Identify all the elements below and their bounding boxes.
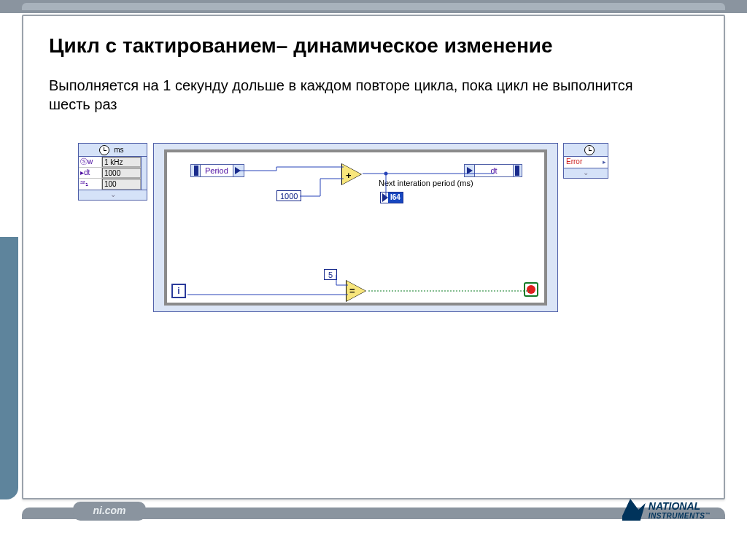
timed-loop-structure: Period 1000 + Next interation period (ms… [153, 143, 558, 312]
dt-output-node: dt [464, 164, 522, 177]
output-arrow-icon: ▸ [603, 157, 608, 168]
i64-indicator: I64 [380, 192, 403, 203]
add-function: + [342, 164, 364, 183]
right-node-header [564, 144, 608, 157]
period-label: Period [200, 165, 233, 176]
national-instruments-logo: NATIONAL INSTRUMENTS™ [622, 499, 711, 521]
i64-label: I64 [388, 192, 403, 203]
left-node-row-value: 100 [102, 179, 141, 190]
slide-subtitle: Выполняется на 1 секунду дольше в каждом… [49, 76, 676, 114]
logo-line2: INSTRUMENTS [649, 512, 705, 520]
right-node-row: Error ▸ [564, 157, 608, 168]
slide-top-border-inner [22, 3, 725, 10]
nicom-badge: ni.com [73, 502, 146, 521]
stop-terminal [524, 282, 538, 297]
left-node-row: ³²₁ 100 [79, 179, 141, 190]
svg-point-0 [384, 172, 388, 176]
next-iteration-label: Next interation period (ms) [379, 179, 473, 187]
output-arrow-icon [235, 167, 241, 174]
dt-label: dt [474, 165, 514, 176]
iteration-terminal: i [171, 284, 186, 298]
slide-footer: ni.com NATIONAL INSTRUMENTS™ [22, 508, 725, 551]
timed-loop-inner: Period 1000 + Next interation period (ms… [164, 149, 547, 306]
slide-content: Цикл с тактированием– динамическое измен… [22, 15, 725, 499]
node-right-bar [515, 166, 519, 176]
left-node-row-value: 1000 [102, 168, 141, 178]
slide-top-border [0, 0, 747, 13]
timed-loop-left-config-node: ms ⓢw 1 kHz ▸dt 1000 ³²₁ 100 [78, 143, 147, 201]
period-input-node: Period [190, 164, 244, 177]
labview-diagram: ms ⓢw 1 kHz ▸dt 1000 ³²₁ 100 [78, 143, 669, 332]
equal-function: = [347, 281, 368, 301]
left-node-expand-icon: ⌄ [79, 190, 147, 200]
constant-1000: 1000 [276, 190, 301, 201]
clock-icon [584, 145, 595, 155]
left-node-row-label: ³²₁ [79, 179, 102, 190]
logo-line1: NATIONAL [649, 500, 700, 512]
input-arrow-icon [467, 167, 473, 174]
clock-icon [99, 145, 109, 155]
indicator-arrow-icon [382, 193, 388, 202]
left-node-row-label: ⓢw [79, 157, 102, 167]
plus-icon: + [346, 170, 352, 181]
left-node-unit: ms [114, 146, 123, 154]
constant-5: 5 [324, 269, 337, 280]
left-node-header: ms [79, 144, 147, 157]
timed-loop-right-node: Error ▸ ⌄ [563, 143, 608, 179]
node-left-bar [194, 166, 198, 176]
right-node-expand-icon: ⌄ [564, 168, 608, 178]
left-node-row-value: 1 kHz [102, 157, 141, 167]
ni-eagle-icon [622, 499, 646, 521]
slide-left-accent [0, 15, 18, 499]
left-node-row: ⓢw 1 kHz [79, 157, 141, 168]
equals-icon: = [349, 285, 355, 296]
left-node-side [141, 157, 147, 190]
error-label: Error [566, 157, 582, 168]
left-node-row-label: ▸dt [79, 168, 102, 178]
stop-icon [527, 285, 535, 294]
left-node-row: ▸dt 1000 [79, 168, 141, 179]
trademark-symbol: ™ [705, 512, 711, 517]
slide-title: Цикл с тактированием– динамическое измен… [49, 34, 698, 58]
